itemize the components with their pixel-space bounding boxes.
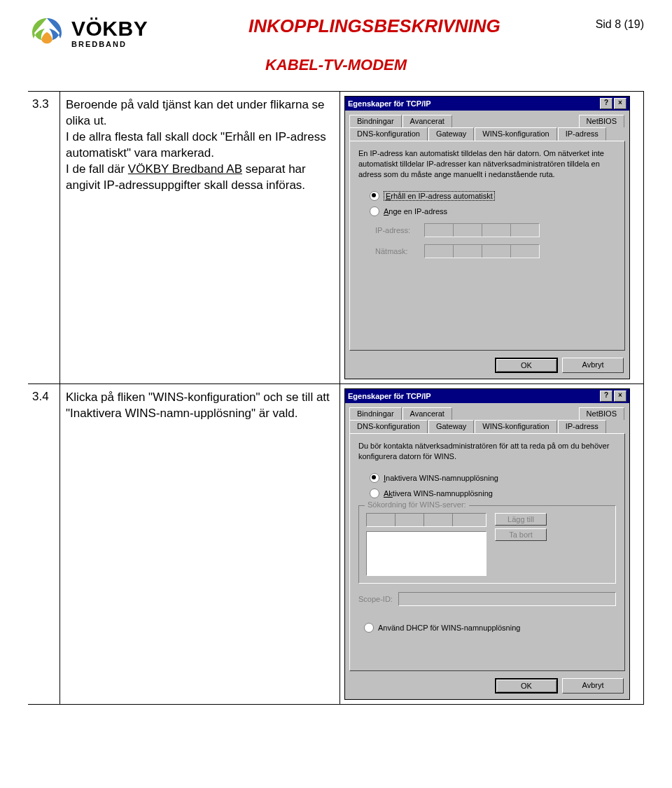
tcpip-properties-dialog-wins: Egenskaper för TCP/IP ? × Bindningar Ava… <box>344 388 630 700</box>
tab-dns-konfiguration[interactable]: DNS-konfiguration <box>349 420 428 433</box>
instruction-row: 3.4 Klicka på fliken "WINS-konfiguration… <box>28 384 643 705</box>
logo-block: VÖKBY BREDBAND <box>28 14 148 52</box>
step-text: Beroende på vald tjänst kan det under fl… <box>60 92 340 384</box>
radio-auto-label: Erhåll en IP-adress automatiskt <box>384 191 495 201</box>
dialog-titlebar[interactable]: Egenskaper för TCP/IP ? × <box>345 389 629 403</box>
netmask-row: Nätmask: <box>375 244 616 258</box>
tcpip-properties-dialog: Egenskaper för TCP/IP ? × Bindningar Ava… <box>344 96 630 379</box>
logo-sub-text: BREDBAND <box>71 41 148 48</box>
tab-ip-adress[interactable]: IP-adress <box>558 420 606 433</box>
remove-button[interactable]: Ta bort <box>495 528 547 541</box>
netmask-label: Nätmask: <box>375 247 417 255</box>
dialog-title-text: Egenskaper för TCP/IP <box>348 99 431 108</box>
step-screenshot: Egenskaper för TCP/IP ? × Bindningar Ava… <box>340 384 643 704</box>
dialog-titlebar[interactable]: Egenskaper för TCP/IP ? × <box>345 97 629 111</box>
scope-id-row: Scope-ID: <box>358 592 616 606</box>
wins-server-group: Sökordning för WINS-server: Lägg till <box>358 505 616 584</box>
document-subtitle: KABEL-TV-MODEM <box>28 56 644 74</box>
tab-strip: Bindningar Avancerat NetBIOS DNS-konfigu… <box>349 407 625 433</box>
panel-description: En IP-adress kan automatiskt tilldelas d… <box>358 148 616 180</box>
tab-bindningar[interactable]: Bindningar <box>349 407 402 420</box>
checkbox-dhcp-wins[interactable]: Använd DHCP för WINS-namnupplösning <box>364 623 616 633</box>
ip-label: IP-adress: <box>375 226 417 234</box>
step-text: Klicka på fliken "WINS-konfiguration" oc… <box>60 384 340 704</box>
radio-manual-label: Ange en IP-adress <box>384 207 447 216</box>
document-title: INKOPPLINGSBESKRIVNING <box>248 15 500 37</box>
radio-enable-wins[interactable]: Aktivera WINS-namnupplösning <box>370 488 616 498</box>
logo-text: VÖKBY BREDBAND <box>71 18 148 48</box>
tab-gateway[interactable]: Gateway <box>428 127 474 141</box>
tab-avancerat[interactable]: Avancerat <box>402 407 452 420</box>
wins-ip-input <box>366 513 486 527</box>
wins-server-list <box>366 531 486 576</box>
group-title: Sökordning för WINS-server: <box>365 500 469 509</box>
panel-description: Du bör kontakta nätverksadministratören … <box>358 441 616 462</box>
step-text-p1: Beroende på vald tjänst kan det under fl… <box>66 98 325 127</box>
radio-icon <box>370 191 379 201</box>
tab-wins-konfiguration[interactable]: WINS-konfiguration <box>475 127 556 141</box>
tab-netbios[interactable]: NetBIOS <box>579 115 624 127</box>
radio-disable-wins[interactable]: Inaktivera WINS-namnupplösning <box>370 473 616 483</box>
page-number: Sid 8 (19) <box>596 18 644 31</box>
tab-wins-konfiguration[interactable]: WINS-konfiguration <box>475 420 556 433</box>
content-table: 3.3 Beroende på vald tjänst kan det unde… <box>28 91 644 705</box>
step-text-underline: VÖKBY Bredband AB <box>128 162 242 176</box>
radio-manual-ip[interactable]: Ange en IP-adress <box>370 206 616 216</box>
tab-netbios[interactable]: NetBIOS <box>579 407 624 420</box>
dialog-button-row: OK Avbryt <box>345 355 629 379</box>
radio-disable-label: Inaktivera WINS-namnupplösning <box>384 474 498 482</box>
help-button[interactable]: ? <box>600 391 612 402</box>
document-page: VÖKBY BREDBAND INKOPPLINGSBESKRIVNING Si… <box>0 0 672 788</box>
dialog-title-text: Egenskaper för TCP/IP <box>348 392 431 400</box>
tab-bindningar[interactable]: Bindningar <box>349 115 402 127</box>
radio-icon <box>370 206 379 216</box>
page-header: VÖKBY BREDBAND INKOPPLINGSBESKRIVNING Si… <box>28 14 644 52</box>
tab-panel-ip: En IP-adress kan automatiskt tilldelas d… <box>349 141 625 351</box>
step-screenshot: Egenskaper för TCP/IP ? × Bindningar Ava… <box>340 92 643 384</box>
wins-button-column: Lägg till Ta bort <box>495 513 547 541</box>
step-text-p2a: I de allra flesta fall skall dock "Erhål… <box>66 130 326 160</box>
radio-icon <box>370 488 379 498</box>
add-button[interactable]: Lägg till <box>495 513 547 526</box>
step-text-p1: Klicka på fliken "WINS-konfiguration" oc… <box>66 391 330 420</box>
tab-panel-wins: Du bör kontakta nätverksadministratören … <box>349 433 625 671</box>
netmask-input <box>424 244 540 258</box>
scope-id-input <box>398 592 616 606</box>
radio-enable-label: Aktivera WINS-namnupplösning <box>384 489 493 498</box>
dialog-button-row: OK Avbryt <box>345 675 629 699</box>
help-button[interactable]: ? <box>600 98 612 109</box>
logo-main-text: VÖKBY <box>71 18 148 39</box>
close-button[interactable]: × <box>614 98 626 109</box>
step-text-p2b: I de fall där <box>66 162 128 176</box>
tab-avancerat[interactable]: Avancerat <box>402 115 452 127</box>
checkbox-dhcp-label: Använd DHCP för WINS-namnupplösning <box>378 624 520 632</box>
tab-gateway[interactable]: Gateway <box>428 420 474 433</box>
step-number: 3.4 <box>28 384 60 704</box>
ip-address-input <box>424 223 540 237</box>
cancel-button[interactable]: Avbryt <box>562 678 624 694</box>
radio-auto-ip[interactable]: Erhåll en IP-adress automatiskt <box>370 191 616 201</box>
close-button[interactable]: × <box>614 391 626 402</box>
tab-ip-adress[interactable]: IP-adress <box>558 127 606 141</box>
step-number: 3.3 <box>28 92 60 384</box>
tab-dns-konfiguration[interactable]: DNS-konfiguration <box>349 127 428 141</box>
cancel-button[interactable]: Avbryt <box>562 358 624 373</box>
logo-icon <box>28 14 66 52</box>
radio-icon <box>370 473 379 483</box>
instruction-row: 3.3 Beroende på vald tjänst kan det unde… <box>28 92 643 384</box>
ok-button[interactable]: OK <box>495 358 558 373</box>
tab-strip: Bindningar Avancerat NetBIOS DNS-konfigu… <box>349 115 625 141</box>
scope-id-label: Scope-ID: <box>358 595 393 603</box>
ok-button[interactable]: OK <box>495 678 558 694</box>
ip-address-row: IP-adress: <box>375 223 616 237</box>
radio-icon <box>364 623 374 633</box>
